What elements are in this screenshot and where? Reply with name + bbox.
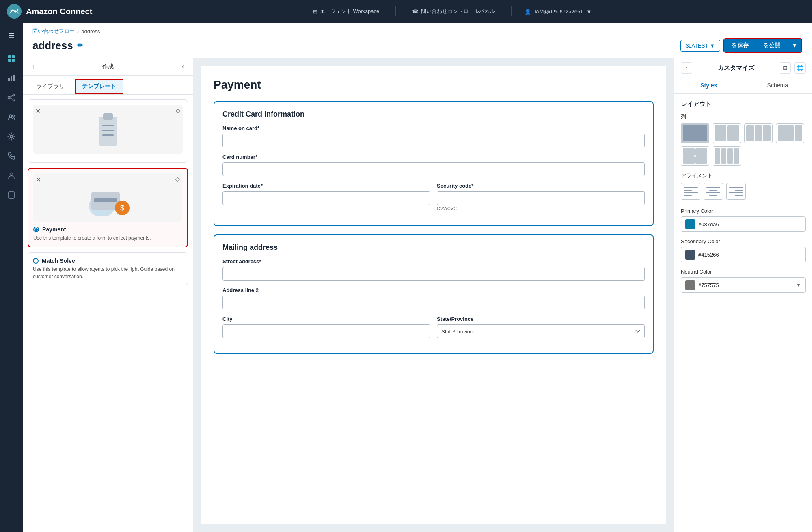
card-details-row: Expiration date* Security code* CVV/CVC [222, 183, 645, 217]
state-select[interactable]: State/Province [437, 324, 645, 338]
publish-dropdown-button[interactable]: ▼ [788, 39, 801, 52]
clipboard-icon [92, 111, 124, 147]
secondary-color-input[interactable]: #415266 [681, 247, 806, 262]
svg-point-13 [9, 115, 12, 117]
sidebar-item-settings[interactable] [3, 128, 19, 145]
template-card-clipboard[interactable]: ✕ ◇ [28, 99, 188, 163]
user-menu[interactable]: 👤 IAM@d-9d672a2651 ▼ [525, 9, 592, 15]
collapse-button[interactable]: ‹ [179, 62, 186, 71]
breadcrumb-current: address [81, 28, 100, 35]
title-actions: $LATEST ▼ を保存 を公開 ▼ [680, 38, 802, 53]
expiration-field: Expiration date* [222, 183, 430, 211]
layout-3col-equal[interactable] [744, 123, 773, 143]
security-label: Security code* [437, 183, 645, 189]
sidebar-item-flows[interactable] [3, 89, 19, 106]
card-icon-area-payment: ✕ ◇ $ [33, 173, 182, 222]
layout-4col[interactable] [713, 146, 741, 166]
control-panel-link[interactable]: ☎ 問い合わせコントロールパネル [409, 6, 498, 17]
security-input[interactable] [437, 191, 645, 205]
latest-dropdown-arrow: ▼ [710, 43, 715, 49]
credit-card-section: Credit Card Information Name on card* Ca… [214, 101, 654, 226]
sidebar-item-grid[interactable] [3, 50, 19, 67]
three-panels: ⊞ 作成 ‹ ライブラリ テンプレート ✕ ◇ [23, 58, 812, 532]
align-center[interactable] [704, 183, 723, 200]
right-panel-layout-icon[interactable]: ⊟ [780, 62, 791, 74]
address-line2-label: Address line 2 [222, 287, 645, 293]
tab-template[interactable]: テンプレート [75, 79, 123, 94]
svg-rect-4 [12, 59, 15, 62]
address-line2-input[interactable] [222, 296, 645, 309]
phone-icon: ☎ [412, 9, 419, 15]
card-match-solve-desc: Use this template to allow agents to pic… [33, 266, 183, 280]
form-preview-title: Payment [214, 78, 654, 91]
template-card-match-solve[interactable]: Match Solve Use this template to allow a… [28, 252, 188, 285]
sidebar-item-analytics[interactable] [3, 70, 19, 86]
latest-label: $LATEST [686, 43, 708, 49]
sidebar-item-person[interactable] [3, 167, 19, 184]
name-on-card-label: Name on card* [222, 125, 645, 131]
mailing-section-title: Mailing address [222, 243, 645, 252]
right-tab-styles[interactable]: Styles [674, 78, 743, 93]
layout-section-title: レイアウト [681, 100, 806, 108]
right-panel-globe-icon[interactable]: 🌐 [794, 62, 806, 74]
card-diamond-icon: ◇ [176, 107, 180, 114]
sidebar-hamburger[interactable]: ☰ [3, 28, 19, 44]
street-address-label: Street address* [222, 258, 645, 264]
secondary-color-section: Secondary Color #415266 [681, 238, 806, 262]
left-panel-header-label: 作成 [102, 63, 114, 70]
template-card-payment[interactable]: ✕ ◇ $ [28, 168, 188, 247]
latest-version-button[interactable]: $LATEST ▼ [680, 40, 720, 52]
primary-color-input[interactable]: #087ea6 [681, 216, 806, 232]
person-icon [7, 171, 15, 179]
left-panel-header-icon: ⊞ [29, 63, 35, 71]
radio-match-solve [33, 258, 39, 264]
column-layout-grid [681, 123, 806, 166]
primary-color-value: #087ea6 [698, 221, 719, 227]
publish-button[interactable]: を公開 [756, 39, 788, 52]
workspace-icon: ⊞ [313, 9, 317, 15]
name-on-card-input[interactable] [222, 134, 645, 147]
right-panel-content: レイアウト 列 [674, 94, 812, 532]
card-close-icon: ✕ [35, 107, 41, 115]
align-right[interactable] [726, 183, 746, 200]
sidebar-item-phone2[interactable] [3, 187, 19, 203]
right-panel-expand-button[interactable]: › [681, 62, 692, 74]
top-nav-center: ⊞ エージェント Workspace ☎ 問い合わせコントロールパネル 👤 IA… [96, 6, 806, 17]
card-payment-diamond-icon: ◇ [175, 176, 180, 182]
layout-2x2[interactable] [681, 146, 709, 166]
layout-1col[interactable] [681, 123, 709, 143]
workspace-link[interactable]: ⊞ エージェント Workspace [310, 6, 382, 17]
expiration-input[interactable] [222, 191, 430, 205]
street-address-input[interactable] [222, 267, 645, 281]
nav-divider-2 [511, 6, 512, 16]
right-tab-schema[interactable]: Schema [743, 78, 812, 93]
breadcrumb-parent[interactable]: 問い合わせフロー [32, 28, 75, 35]
city-field: City [222, 316, 430, 338]
card-number-field: Card number* [222, 154, 645, 176]
city-input[interactable] [222, 324, 430, 338]
primary-color-section: Primary Color #087ea6 [681, 208, 806, 232]
layout-2col-wide-narrow[interactable] [776, 123, 804, 143]
card-match-solve-title: Match Solve [33, 257, 183, 264]
align-left[interactable] [681, 183, 700, 200]
left-panel: ⊞ 作成 ‹ ライブラリ テンプレート ✕ ◇ [23, 58, 193, 532]
user-dropdown-arrow: ▼ [586, 9, 592, 15]
svg-point-16 [10, 173, 13, 176]
card-number-input[interactable] [222, 162, 645, 176]
alignment-label: アライメント [681, 172, 806, 179]
tab-library[interactable]: ライブラリ [29, 79, 71, 94]
page-title-row: address ✏ $LATEST ▼ を保存 を公開 ▼ [32, 38, 802, 58]
save-button[interactable]: を保存 [724, 39, 756, 52]
secondary-color-label: Secondary Color [681, 238, 806, 244]
app-logo[interactable]: Amazon Connect [6, 4, 96, 19]
sidebar-item-phone[interactable] [3, 148, 19, 164]
neutral-color-input[interactable]: #757575 ▼ [681, 277, 806, 293]
layout-2col-equal[interactable] [713, 123, 741, 143]
globe-icon: 🌐 [797, 65, 803, 71]
secondary-color-swatch [685, 250, 695, 260]
nav-divider-1 [395, 6, 396, 16]
neutral-color-dropdown-arrow[interactable]: ▼ [796, 282, 801, 288]
right-panel-tabs: Styles Schema [674, 78, 812, 94]
sidebar-item-users[interactable] [3, 109, 19, 125]
edit-title-button[interactable]: ✏ [77, 41, 83, 50]
